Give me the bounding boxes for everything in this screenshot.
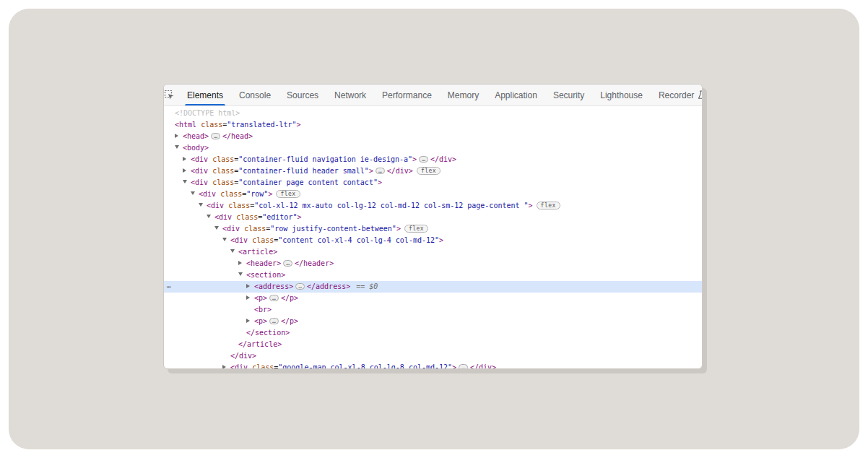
code-token: </head> <box>222 132 253 140</box>
code-token: > <box>297 121 301 129</box>
tab-network[interactable]: Network <box>326 85 374 105</box>
expand-right-icon[interactable] <box>246 316 254 327</box>
tab-memory[interactable]: Memory <box>440 85 487 105</box>
dom-tree-row[interactable]: </section> <box>164 327 702 339</box>
code-token: "col-xl-12 mx-auto col-lg-12 col-md-12 c… <box>254 202 528 209</box>
code-token: "container-fluid header small" <box>238 167 369 175</box>
dom-tree-row[interactable]: </div> <box>164 350 702 362</box>
code-token: class <box>228 202 250 209</box>
dom-tree-row[interactable]: <p>…</p> <box>164 293 702 304</box>
tab-bar: ElementsConsoleSourcesNetworkPerformance… <box>179 85 703 105</box>
code-token: <!DOCTYPE html> <box>175 109 240 117</box>
code-token: <div <box>199 190 216 198</box>
tab-lighthouse[interactable]: Lighthouse <box>592 85 651 105</box>
expand-right-icon[interactable] <box>222 362 230 369</box>
dom-tree-row[interactable]: <html class="translated-ltr"> <box>164 119 702 131</box>
collapsed-content-button[interactable]: … <box>459 364 468 370</box>
tab-elements[interactable]: Elements <box>179 85 231 105</box>
dom-tree-row[interactable]: <!DOCTYPE html> <box>164 108 702 119</box>
tab-label: Sources <box>287 90 318 100</box>
tab-label: Network <box>334 90 366 100</box>
dom-tree-row[interactable]: <div class="content col-xl-4 col-lg-4 co… <box>164 235 702 246</box>
expand-down-icon[interactable] <box>230 246 238 258</box>
dom-tree-row-selected[interactable]: ⋯<address>…</address>== $0 <box>164 281 702 293</box>
expand-down-icon[interactable] <box>183 177 191 189</box>
collapsed-content-button[interactable]: … <box>295 283 305 290</box>
flex-badge[interactable]: flex <box>276 190 300 198</box>
collapsed-content-button[interactable]: … <box>269 295 279 301</box>
expand-right-icon[interactable] <box>246 281 254 293</box>
expand-down-icon[interactable] <box>175 142 183 154</box>
expand-down-icon[interactable] <box>238 269 246 281</box>
dom-tree-row[interactable]: <body> <box>164 142 702 154</box>
dom-tree: <!DOCTYPE html><html class="translated-l… <box>164 106 702 369</box>
collapsed-content-button[interactable]: … <box>419 156 428 163</box>
tab-performance[interactable]: Performance <box>374 85 440 105</box>
tab-sources[interactable]: Sources <box>279 85 326 105</box>
collapsed-content-button[interactable]: … <box>283 260 292 267</box>
expand-right-icon[interactable] <box>238 258 246 269</box>
code-token: </div> <box>230 352 256 360</box>
tab-label: Lighthouse <box>600 90 643 100</box>
dom-tree-row[interactable]: <div class="col-xl-12 mx-auto col-lg-12 … <box>164 200 702 212</box>
expand-down-icon[interactable] <box>214 223 222 235</box>
code-token: class <box>212 178 234 186</box>
dom-tree-row[interactable]: <section> <box>164 269 702 281</box>
code-token: <div <box>191 178 208 186</box>
code-token: > <box>378 178 382 186</box>
code-token: </div> <box>430 155 456 163</box>
expand-right-icon[interactable] <box>183 165 191 177</box>
dom-tree-row[interactable]: <div class="container-fluid header small… <box>164 165 702 177</box>
code-token: > <box>529 202 533 209</box>
dom-tree-row[interactable]: <div class="editor"> <box>164 212 702 223</box>
expand-down-icon[interactable] <box>199 200 207 212</box>
inspect-element-button[interactable] <box>164 85 175 105</box>
code-token: "editor" <box>262 213 297 221</box>
flex-badge[interactable]: flex <box>417 167 440 175</box>
flex-badge[interactable]: flex <box>404 225 428 233</box>
expand-right-icon[interactable] <box>183 154 191 165</box>
code-token: <p> <box>254 294 267 302</box>
dom-tree-row[interactable]: <div class="row">flex <box>164 189 702 200</box>
expand-right-icon[interactable] <box>246 293 254 304</box>
expand-right-icon[interactable] <box>175 131 183 142</box>
tab-application[interactable]: Application <box>487 85 545 105</box>
collapsed-content-button[interactable]: … <box>269 318 279 324</box>
dom-tree-row[interactable]: <div class="row justify-content-between"… <box>164 223 702 235</box>
code-token: > <box>268 190 272 198</box>
dom-tree-row[interactable]: <div class="container page content conta… <box>164 177 702 189</box>
code-token: <html <box>175 121 196 129</box>
code-token: <div <box>230 363 248 369</box>
tab-console[interactable]: Console <box>231 85 279 105</box>
code-token: > <box>412 155 417 163</box>
devtools-toolbar: ElementsConsoleSourcesNetworkPerformance… <box>164 85 702 106</box>
code-token: class <box>252 236 274 244</box>
dom-tree-row[interactable]: <article> <box>164 246 702 258</box>
dom-tree-row[interactable]: </article> <box>164 339 702 350</box>
code-token: <section> <box>246 271 285 279</box>
dom-tree-row[interactable]: <br> <box>164 304 702 316</box>
dom-tree-row[interactable]: <div class="google-map col-xl-8 col-lg-8… <box>164 362 702 369</box>
dom-tree-row[interactable]: <p>…</p> <box>164 316 702 327</box>
dom-tree-row[interactable]: <header>…</header> <box>164 258 702 269</box>
tab-security[interactable]: Security <box>545 85 592 105</box>
dom-tree-row[interactable]: <div class="container-fluid navigation i… <box>164 154 702 165</box>
expand-down-icon[interactable] <box>207 212 214 223</box>
code-token: > <box>439 236 443 244</box>
row-options-dots-icon[interactable]: ⋯ <box>167 281 171 293</box>
page-background: ElementsConsoleSourcesNetworkPerformance… <box>0 0 868 458</box>
expand-down-icon[interactable] <box>222 235 230 246</box>
tab-recorder[interactable]: Recorder <box>651 85 703 105</box>
code-token: <div <box>230 236 248 244</box>
code-token: <div <box>207 202 224 209</box>
code-token: class <box>201 121 222 129</box>
flex-badge[interactable]: flex <box>537 202 560 209</box>
collapsed-content-button[interactable]: … <box>376 168 385 174</box>
dom-tree-row[interactable]: <head>…</head> <box>164 131 702 142</box>
tab-label: Security <box>553 90 584 100</box>
code-token: class <box>220 190 242 198</box>
code-token: class <box>212 167 234 175</box>
code-token: class <box>236 213 258 221</box>
expand-down-icon[interactable] <box>191 189 199 200</box>
collapsed-content-button[interactable]: … <box>211 133 220 139</box>
